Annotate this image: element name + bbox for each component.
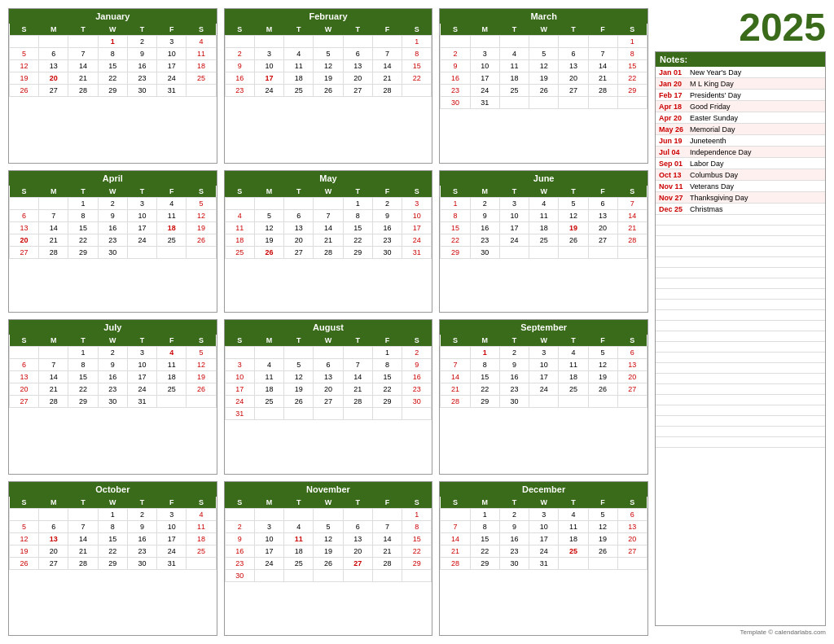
- calendar-day: 14: [68, 60, 98, 72]
- calendar-day: 21: [68, 545, 98, 557]
- calendar-day: 11: [284, 532, 314, 545]
- calendar-day: 24: [529, 545, 559, 557]
- calendar-day: 17: [499, 221, 529, 234]
- calendar-day: 13: [343, 60, 372, 72]
- calendar-day: 8: [68, 359, 98, 371]
- calendar-day: [187, 396, 216, 408]
- calendar-day: 22: [343, 234, 372, 246]
- calendar-day: 21: [372, 72, 402, 85]
- holiday-name: Independence Day: [690, 148, 752, 156]
- calendar-day: 19: [187, 221, 216, 234]
- calendar-day: 26: [314, 85, 343, 97]
- day-header: W: [529, 497, 559, 509]
- calendar-day: 17: [529, 532, 559, 545]
- day-header: T: [68, 24, 98, 36]
- calendar-day: 30: [127, 557, 156, 569]
- calendar-day: 14: [39, 221, 68, 234]
- day-header: T: [343, 497, 372, 509]
- calendar-day: 6: [559, 48, 588, 60]
- holiday-row: Apr 20Easter Sunday: [656, 112, 825, 124]
- sidebar: 2025 Notes: Jan 01New Year's DayJan 20M …: [655, 8, 826, 636]
- calendar-day: 29: [343, 246, 372, 258]
- empty-rows: [656, 215, 825, 448]
- day-header: T: [559, 497, 588, 509]
- calendar-day: 6: [314, 359, 343, 371]
- calendar-day: 18: [499, 72, 529, 85]
- calendar-day: 6: [617, 347, 647, 359]
- day-header: F: [157, 497, 187, 509]
- day-header: W: [529, 186, 559, 198]
- calendar-day: 4: [529, 197, 559, 209]
- calendar-day: 9: [372, 209, 402, 221]
- calendar-day: 25: [157, 234, 187, 246]
- calendar-day: 11: [157, 209, 187, 221]
- day-header: T: [343, 335, 372, 347]
- calendar-day: 13: [588, 209, 617, 221]
- calendar-day: 8: [470, 520, 499, 532]
- calendar-day: 6: [343, 48, 372, 60]
- calendar-day: 18: [559, 532, 588, 545]
- calendar-day: 29: [402, 557, 432, 569]
- calendar-day: 5: [314, 48, 343, 60]
- calendar-day: 23: [225, 557, 254, 569]
- calendar-day: 16: [127, 532, 156, 545]
- empty-note-row: [656, 289, 825, 300]
- calendar-day: 23: [127, 545, 156, 557]
- calendar-day: 24: [157, 72, 187, 85]
- calendar-day: [343, 569, 372, 581]
- calendar-day: 7: [68, 520, 98, 532]
- day-header: F: [157, 24, 187, 36]
- empty-note-row: [656, 384, 825, 395]
- calendar-day: 16: [499, 371, 529, 383]
- calendar-day: 30: [402, 396, 432, 408]
- month-table-november: SMTWTFS123456789101112131415161718192021…: [225, 497, 432, 582]
- empty-note-row: [656, 321, 825, 331]
- month-table-june: SMTWTFS123456789101112131415161718192021…: [440, 186, 647, 259]
- calendar-day: 18: [559, 371, 588, 383]
- calendar-day: 15: [470, 371, 499, 383]
- calendar-day: 24: [157, 545, 187, 557]
- day-header: T: [559, 24, 588, 36]
- calendar-day: 19: [588, 532, 617, 545]
- calendar-day: 25: [559, 545, 588, 557]
- holiday-date: Dec 25: [659, 205, 690, 213]
- calendar-day: 18: [187, 532, 216, 545]
- calendar-day: 3: [157, 36, 187, 48]
- calendar-day: [284, 508, 314, 520]
- calendar-day: [559, 246, 588, 258]
- calendar-day: 2: [127, 508, 156, 520]
- empty-note-row: [656, 226, 825, 236]
- calendar-day: 12: [588, 359, 617, 371]
- calendar-day: 24: [499, 234, 529, 246]
- calendar-day: [343, 408, 372, 420]
- calendar-day: 14: [343, 371, 372, 383]
- calendar-day: [499, 36, 529, 48]
- calendar-day: 17: [254, 72, 283, 85]
- calendar-day: 8: [402, 520, 432, 532]
- calendar-day: 22: [441, 234, 470, 246]
- holiday-name: Columbus Day: [690, 171, 738, 179]
- day-header: T: [127, 497, 156, 509]
- month-block-october: OctoberSMTWTFS12345678910111213141516171…: [8, 481, 217, 637]
- calendar-day: 16: [98, 371, 127, 383]
- calendar-day: 6: [343, 520, 372, 532]
- day-header: M: [470, 335, 499, 347]
- empty-note-row: [656, 247, 825, 257]
- calendar-day: 30: [127, 85, 156, 97]
- calendar-day: 27: [314, 396, 343, 408]
- calendar-day: 5: [254, 209, 283, 221]
- day-header: M: [470, 497, 499, 509]
- calendar-day: 8: [98, 48, 127, 60]
- day-header: T: [559, 335, 588, 347]
- calendar-day: [372, 508, 402, 520]
- calendar-day: 20: [10, 383, 39, 396]
- calendar-day: 10: [254, 60, 283, 72]
- day-header: T: [343, 186, 372, 198]
- day-header: S: [617, 24, 647, 36]
- month-table-august: SMTWTFS123456789101112131415161718192021…: [225, 335, 432, 420]
- day-header: S: [10, 24, 39, 36]
- calendar-day: 14: [314, 221, 343, 234]
- day-header: M: [470, 24, 499, 36]
- empty-note-row: [656, 268, 825, 278]
- calendar-day: [343, 36, 372, 48]
